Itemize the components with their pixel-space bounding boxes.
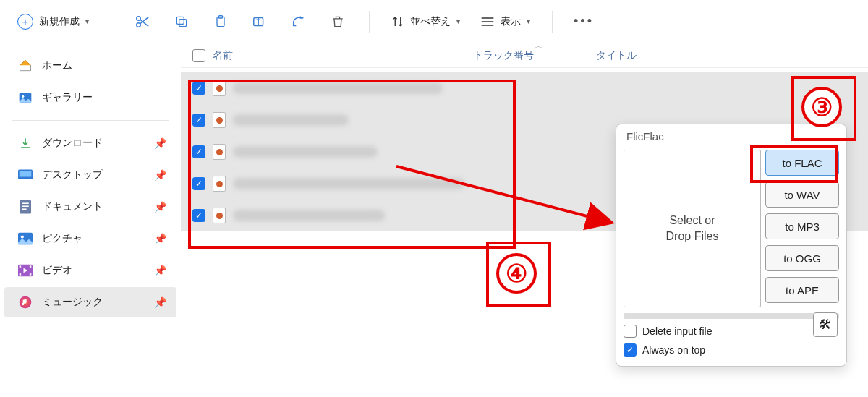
new-label: 新規作成 xyxy=(39,15,80,28)
more-button[interactable]: ••• xyxy=(567,5,600,38)
svg-rect-21 xyxy=(30,273,32,276)
col-name[interactable]: 名前 xyxy=(213,49,473,62)
flicflac-title: FlicFlac xyxy=(616,124,846,145)
always-on-top-label: Always on top xyxy=(642,344,705,356)
music-icon xyxy=(17,294,33,310)
svg-rect-2 xyxy=(179,19,187,26)
pin-icon: 📌 xyxy=(154,201,166,213)
column-header: ︿ 名前 トラック番号 タイトル xyxy=(181,43,868,68)
sidebar-item-label: ギャラリー xyxy=(42,91,93,104)
sidebar-item-label: ホーム xyxy=(42,59,72,72)
svg-rect-12 xyxy=(22,202,29,204)
sidebar-item-label: ビデオ xyxy=(42,264,72,277)
sidebar-home[interactable]: ホーム xyxy=(4,51,176,81)
pin-icon: 📌 xyxy=(154,169,166,181)
copy-button[interactable] xyxy=(165,5,198,38)
pin-icon: 📌 xyxy=(154,137,166,149)
share-button[interactable] xyxy=(282,5,315,38)
col-title[interactable]: タイトル xyxy=(596,49,683,62)
sort-label: 並べ替え xyxy=(410,15,451,28)
sidebar-item-label: ミュージック xyxy=(42,296,103,309)
audio-file-icon xyxy=(213,80,226,96)
divider xyxy=(12,120,169,121)
separator xyxy=(369,11,370,33)
tools-icon: 🛠 xyxy=(819,317,832,333)
row-checkbox[interactable]: ✓ xyxy=(192,82,205,95)
file-name-redacted xyxy=(233,82,443,94)
file-name-redacted xyxy=(233,178,464,189)
rename-button[interactable] xyxy=(243,5,276,38)
sidebar-gallery[interactable]: ギャラリー xyxy=(4,82,176,113)
sidebar-item-label: ダウンロード xyxy=(42,137,103,150)
progress-bar xyxy=(624,313,839,319)
row-checkbox[interactable]: ✓ xyxy=(192,145,205,158)
to-wav-button[interactable]: to WAV xyxy=(765,182,839,208)
svg-rect-18 xyxy=(20,265,22,268)
view-button[interactable]: 表示 ▾ xyxy=(473,5,537,38)
svg-rect-20 xyxy=(30,265,32,268)
chevron-down-icon: ▾ xyxy=(456,17,460,25)
sidebar-pictures[interactable]: ピクチャ 📌 xyxy=(4,223,176,254)
row-checkbox[interactable]: ✓ xyxy=(192,177,205,190)
row-checkbox[interactable]: ✓ xyxy=(192,209,205,222)
svg-point-0 xyxy=(137,16,141,20)
sort-button[interactable]: 並べ替え ▾ xyxy=(384,5,467,38)
view-label: 表示 xyxy=(501,15,521,28)
delete-input-checkbox[interactable] xyxy=(624,325,637,338)
sidebar: ホーム ギャラリー ダウンロード 📌 デスクトップ 📌 xyxy=(0,43,181,397)
delete-input-label: Delete input file xyxy=(642,325,712,337)
more-icon: ••• xyxy=(574,14,594,29)
to-mp3-button[interactable]: to MP3 xyxy=(765,213,839,239)
svg-rect-3 xyxy=(176,17,184,24)
list-view-icon xyxy=(480,16,495,27)
audio-file-icon xyxy=(213,208,226,223)
drop-zone[interactable]: Select or Drop Files xyxy=(624,150,761,307)
svg-point-1 xyxy=(137,22,141,27)
file-row[interactable]: ✓ xyxy=(181,72,868,104)
copy-icon xyxy=(174,14,189,29)
chevron-down-icon: ▾ xyxy=(527,17,530,25)
svg-rect-10 xyxy=(20,171,32,176)
download-icon xyxy=(17,135,33,151)
file-name-redacted xyxy=(233,210,385,221)
svg-rect-19 xyxy=(20,273,22,276)
cut-button[interactable] xyxy=(126,5,159,38)
flicflac-window[interactable]: FlicFlac Select or Drop Files to FLAC to… xyxy=(616,124,847,367)
pin-icon: 📌 xyxy=(154,233,166,244)
always-on-top-checkbox[interactable]: ✓ xyxy=(624,343,637,357)
sidebar-videos[interactable]: ビデオ 📌 xyxy=(4,255,176,286)
row-checkbox[interactable]: ✓ xyxy=(192,114,205,127)
pin-icon: 📌 xyxy=(154,265,166,276)
settings-button[interactable]: 🛠 xyxy=(813,312,838,337)
clipboard-icon xyxy=(213,14,228,30)
resize-handle-icon: ︿ xyxy=(534,41,544,51)
sidebar-documents[interactable]: ドキュメント 📌 xyxy=(4,192,176,222)
scissors-icon xyxy=(135,14,150,30)
home-icon xyxy=(17,58,33,74)
svg-rect-13 xyxy=(22,205,29,207)
sidebar-item-label: デスクトップ xyxy=(42,168,103,182)
toolbar: + 新規作成 ▾ 並べ替え ▾ 表示 ▾ ••• xyxy=(0,0,868,43)
audio-file-icon xyxy=(213,176,226,192)
svg-rect-14 xyxy=(22,208,26,210)
paste-button[interactable] xyxy=(204,5,237,38)
sidebar-item-label: ドキュメント xyxy=(42,200,103,213)
to-ogg-button[interactable]: to OGG xyxy=(765,245,839,271)
chevron-down-icon: ▾ xyxy=(85,17,89,25)
drop-line1: Select or xyxy=(669,213,715,229)
select-all-checkbox[interactable] xyxy=(192,49,205,62)
new-button[interactable]: + 新規作成 ▾ xyxy=(10,9,96,34)
rename-icon xyxy=(252,14,268,30)
to-ape-button[interactable]: to APE xyxy=(765,277,839,303)
drop-line2: Drop Files xyxy=(666,229,719,244)
sidebar-desktop[interactable]: デスクトップ 📌 xyxy=(4,160,176,190)
audio-file-icon xyxy=(213,144,226,160)
svg-point-16 xyxy=(21,235,24,238)
delete-button[interactable] xyxy=(321,5,354,38)
file-name-redacted xyxy=(233,146,378,158)
sidebar-music[interactable]: ミュージック 📌 xyxy=(4,287,176,317)
sidebar-item-label: ピクチャ xyxy=(42,232,82,245)
to-flac-button[interactable]: to FLAC xyxy=(765,150,839,176)
sidebar-downloads[interactable]: ダウンロード 📌 xyxy=(4,128,176,158)
trash-icon xyxy=(331,14,345,30)
